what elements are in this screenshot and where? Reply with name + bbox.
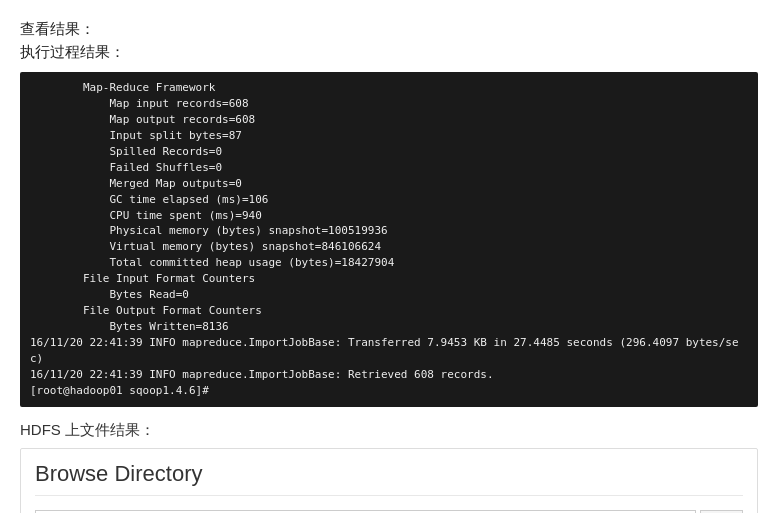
page-container: 查看结果： 执行过程结果： Map-Reduce Framework Map i…	[0, 0, 778, 513]
hdfs-section: HDFS 上文件结果： Browse Directory Go! Permiss…	[20, 421, 758, 513]
hdfs-title: HDFS 上文件结果：	[20, 421, 758, 440]
browse-dir-header: Browse Directory	[35, 461, 743, 496]
exec-result-title: 执行过程结果：	[20, 43, 758, 62]
terminal-output: Map-Reduce Framework Map input records=6…	[20, 72, 758, 407]
view-result-title: 查看结果：	[20, 20, 758, 39]
terminal-text: Map-Reduce Framework Map input records=6…	[30, 80, 748, 399]
browse-dir-box: Browse Directory Go! Permission Owner Gr…	[20, 448, 758, 513]
